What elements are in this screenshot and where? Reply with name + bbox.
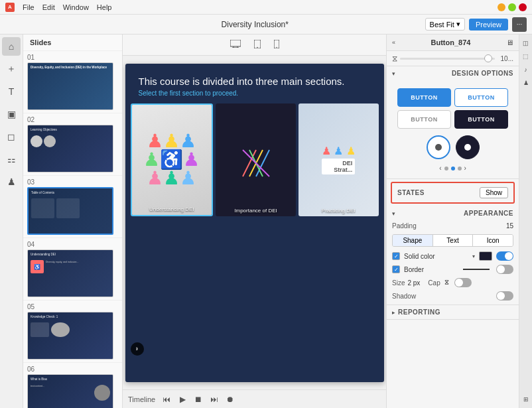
text-tab[interactable]: Text <box>433 235 474 246</box>
slide-item-04[interactable]: 04 Understanding DEI ♿ Diversity, equity… <box>23 238 122 301</box>
border-checkbox[interactable]: ✓ <box>392 265 400 273</box>
timeline-skip-back-button[interactable]: ⏮ <box>161 393 172 405</box>
far-right-icon-4[interactable]: ♟ <box>520 77 532 89</box>
far-right-icon-3[interactable]: ♪ <box>520 64 532 76</box>
slides-list: 01 Diversity, Equity, and Inclusion (DEI… <box>23 51 122 408</box>
slide-item-01[interactable]: 01 Diversity, Equity, and Inclusion (DEI… <box>23 51 122 113</box>
solid-color-checkbox[interactable]: ✓ <box>392 252 400 260</box>
dot-1 <box>444 167 448 170</box>
slide-num-05: 05 <box>27 303 118 310</box>
design-option-outline[interactable]: BUTTON <box>454 88 508 107</box>
fit-dropdown[interactable]: Best Fit ▾ <box>425 18 465 31</box>
more-options-button[interactable]: ··· <box>512 17 527 32</box>
menu-help[interactable]: Help <box>97 3 112 11</box>
appearance-section: ▾ APPEARANCE Padding 15 Shape Text Icon … <box>387 206 519 305</box>
tablet-view-button[interactable] <box>250 38 265 52</box>
slide-thumb-02: Learning Objectives <box>27 125 113 172</box>
slide-thumb-04: Understanding DEI ♿ Diversity, equity, a… <box>27 249 113 297</box>
slides-header: Slides <box>23 34 122 51</box>
mobile-view-button[interactable] <box>270 38 283 52</box>
menu-file[interactable]: File <box>23 3 34 11</box>
slide-images: ♟♟♟ ♟♿♟ ♟♟♟ Understanding DEI <box>125 103 384 216</box>
padding-row: Padding 15 <box>387 220 519 232</box>
slide-image-practicing-dei[interactable]: ♟ ♟ ♟ DEI Strat... Practicing DEI <box>299 103 379 216</box>
border-toggle[interactable] <box>496 265 513 274</box>
size-label: Size <box>392 279 405 287</box>
menu-window[interactable]: Window <box>63 3 89 11</box>
opacity-value: 10... <box>498 55 513 62</box>
character-icon[interactable]: ♟ <box>2 172 21 191</box>
design-options-title: DESIGN OPTIONS <box>452 70 513 77</box>
desktop-view-button[interactable] <box>226 38 245 52</box>
close-button[interactable] <box>519 3 527 11</box>
slide-canvas: This course is divided into three main s… <box>125 64 384 382</box>
color-swatch[interactable] <box>479 251 492 261</box>
solid-color-dropdown-arrow[interactable]: ▾ <box>472 253 475 259</box>
icon-tab[interactable]: Icon <box>473 235 513 246</box>
size-value: 2 px <box>407 279 420 287</box>
media-icon[interactable]: ▣ <box>2 105 21 123</box>
icon-sidebar: ⌂ ＋ T ▣ ◻ ⚏ ♟ <box>0 34 23 408</box>
slide-num-03: 03 <box>27 178 118 186</box>
border-line <box>463 269 490 270</box>
slide-title: This course is divided into three main s… <box>125 64 384 90</box>
size-row: Size 2 px Cap ⧖ <box>387 276 519 289</box>
slide-image-understanding-dei[interactable]: ♟♟♟ ♟♿♟ ♟♟♟ Understanding DEI <box>131 103 214 216</box>
far-right-icon-bottom[interactable]: ⊞ <box>520 393 532 405</box>
cap-label: Cap <box>428 279 440 287</box>
shadow-toggle[interactable] <box>496 291 513 301</box>
svg-line-8 <box>243 150 256 176</box>
slide-item-03[interactable]: 03 Table of Contents <box>23 176 122 238</box>
timeline-skip-forward-button[interactable]: ⏭ <box>208 393 220 405</box>
dots-prev-button[interactable]: ‹ <box>439 165 441 172</box>
canvas-next-button[interactable]: › <box>131 342 144 356</box>
canvas-toolbar <box>123 34 386 56</box>
slide-item-05[interactable]: 05 Knowledge Check: 1 <box>23 301 122 363</box>
design-options-header[interactable]: ▾ DESIGN OPTIONS <box>387 66 519 80</box>
appearance-header[interactable]: ▾ APPEARANCE <box>387 206 519 220</box>
cap-toggle[interactable] <box>454 278 472 287</box>
text-icon[interactable]: T <box>2 82 21 101</box>
preview-button[interactable]: Preview <box>469 19 508 31</box>
timeline-bar: Timeline ⏮ ▶ ⏹ ⏭ ⏺ <box>123 389 386 408</box>
design-circle-dark[interactable] <box>456 135 480 159</box>
shape-tab[interactable]: Shape <box>393 235 433 246</box>
far-right-icon-1[interactable]: ◫ <box>520 37 532 49</box>
svg-point-5 <box>257 46 258 48</box>
show-states-button[interactable]: Show <box>480 187 508 198</box>
maximize-button[interactable] <box>508 3 516 11</box>
solid-color-toggle[interactable] <box>496 251 513 261</box>
slide-item-02[interactable]: 02 Learning Objectives <box>23 113 122 176</box>
menu-bar: A File Edit Window Help <box>0 0 532 15</box>
timeline-stop-button[interactable]: ⏹ <box>192 393 204 405</box>
design-circle-selected[interactable] <box>427 135 450 159</box>
shapes-icon[interactable]: ◻ <box>2 127 21 146</box>
dot-3 <box>458 167 462 170</box>
design-option-ghost[interactable]: BUTTON <box>397 110 451 129</box>
design-option-filled-blue[interactable]: BUTTON <box>397 88 451 107</box>
slide-item-06[interactable]: 06 What is Bias text content... <box>23 363 122 408</box>
far-right-icon-2[interactable]: ⬚ <box>520 50 532 62</box>
add-icon[interactable]: ＋ <box>2 60 21 78</box>
timeline-controls: ⏮ ▶ ⏹ ⏭ ⏺ <box>161 393 236 405</box>
home-icon[interactable]: ⌂ <box>2 37 21 56</box>
slide-num-04: 04 <box>27 241 118 248</box>
design-option-dark[interactable]: BUTTON <box>454 110 508 129</box>
slide-thumb-03: Table of Contents <box>27 187 113 235</box>
timeline-play-button[interactable]: ▶ <box>176 393 188 405</box>
menu-edit[interactable]: Edit <box>42 3 55 11</box>
slide-image-importance-dei[interactable]: Importance of DEI <box>216 103 296 216</box>
dots-next-button[interactable]: › <box>464 165 466 172</box>
timeline-record-button[interactable]: ⏺ <box>224 393 236 405</box>
slide-num-02: 02 <box>27 116 118 123</box>
apps-icon[interactable]: ⚏ <box>2 150 21 169</box>
right-panel: « Button_874 🖥 ⧖ 10... ▾ DESIGN OPTIONS <box>386 34 519 408</box>
minimize-button[interactable] <box>498 3 505 11</box>
opacity-slider[interactable] <box>400 58 495 60</box>
svg-point-7 <box>276 46 277 47</box>
shadow-row: Shadow <box>387 289 519 305</box>
states-section: STATES Show <box>391 182 515 204</box>
reporting-header[interactable]: ▸ REPORTING <box>387 305 519 319</box>
shape-text-icon-tabs: Shape Text Icon <box>392 234 513 247</box>
main-layout: ⌂ ＋ T ▣ ◻ ⚏ ♟ Slides 01 Diversity, Equit… <box>0 34 532 408</box>
